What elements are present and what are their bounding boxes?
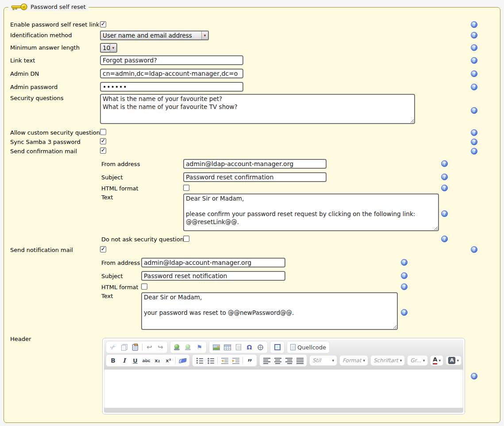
chevron-down-icon: ▾ <box>201 31 208 39</box>
notification-subject-input[interactable] <box>141 271 285 281</box>
text-color-letter: A <box>433 356 437 364</box>
notification-text-textarea[interactable]: Dear Sir or Madam, your password was res… <box>141 292 398 330</box>
admin-password-label: Admin password <box>10 84 58 90</box>
editor-content-area[interactable] <box>104 369 463 408</box>
help-icon[interactable]: ? <box>441 174 448 180</box>
cut-icon[interactable]: ✂ <box>108 342 118 352</box>
help-icon[interactable]: ? <box>471 129 477 136</box>
chevron-down-icon: ▾ <box>110 44 116 52</box>
style-dropdown[interactable]: Stil ▾ <box>310 356 337 365</box>
maximize-icon[interactable] <box>272 342 282 352</box>
redo-icon[interactable]: ↪ <box>155 342 165 352</box>
blockquote-icon[interactable]: ” <box>245 356 255 365</box>
bullet-list-icon[interactable] <box>205 356 215 365</box>
text-color-button[interactable]: A ▾ <box>431 356 443 365</box>
special-char-icon[interactable]: Ω <box>244 342 254 352</box>
help-icon[interactable]: ? <box>471 32 477 39</box>
numbered-list-icon[interactable] <box>194 356 204 365</box>
align-center-icon[interactable] <box>273 356 283 365</box>
admin-password-input[interactable] <box>100 82 243 92</box>
help-icon[interactable]: ? <box>441 185 448 191</box>
confirmation-html-checkbox[interactable] <box>183 185 189 191</box>
align-left-icon[interactable] <box>262 356 272 365</box>
clipboard-group: ✂ ↩ ↪ <box>106 341 167 353</box>
help-icon[interactable]: ? <box>471 44 477 51</box>
help-icon[interactable]: ? <box>441 160 448 167</box>
size-dropdown-label: Gr... <box>410 357 421 364</box>
iframe-icon[interactable] <box>255 342 265 352</box>
admin-dn-input[interactable] <box>100 69 243 78</box>
help-icon[interactable]: ? <box>441 210 448 217</box>
help-icon[interactable]: ? <box>401 259 408 266</box>
maximize-group <box>270 341 284 353</box>
help-icon[interactable]: ? <box>471 21 477 28</box>
anchor-icon[interactable]: ⚑ <box>194 342 204 352</box>
help-icon[interactable]: ? <box>471 70 477 77</box>
format-dropdown-label: Format <box>342 357 361 364</box>
size-dropdown[interactable]: Gr... ▾ <box>408 356 427 365</box>
copy-icon[interactable] <box>119 342 129 352</box>
panel-legend: Password self reset <box>8 3 88 11</box>
remove-format-icon[interactable] <box>177 356 188 365</box>
skip-question-label: Do not ask security question <box>101 236 184 243</box>
min-answer-select[interactable]: 10 ▾ <box>100 43 117 53</box>
notification-from-input[interactable] <box>141 258 285 267</box>
skip-question-checkbox[interactable] <box>183 236 189 242</box>
bold-button[interactable]: B <box>108 356 118 365</box>
align-justify-icon[interactable] <box>295 356 305 365</box>
link-group: ⚑ <box>170 341 206 353</box>
help-icon[interactable]: ? <box>441 236 448 242</box>
outdent-icon[interactable] <box>219 356 230 365</box>
subscript-button[interactable]: x₂ <box>152 356 162 365</box>
link-text-input[interactable] <box>100 55 243 65</box>
paste-icon[interactable] <box>130 342 140 352</box>
strikethrough-button[interactable]: abc <box>141 356 151 365</box>
allow-custom-checkbox[interactable] <box>100 129 106 135</box>
chevron-down-icon: ▾ <box>363 358 365 363</box>
insert-group: Ω <box>209 341 267 353</box>
send-notification-checkbox[interactable] <box>100 246 106 252</box>
help-icon[interactable]: ? <box>471 246 477 253</box>
unlink-icon[interactable] <box>183 342 193 352</box>
confirmation-from-input[interactable] <box>183 159 327 169</box>
help-icon[interactable]: ? <box>401 283 408 290</box>
help-icon[interactable]: ? <box>471 148 477 155</box>
confirmation-html-label: HTML format <box>101 185 139 192</box>
align-right-icon[interactable] <box>284 356 294 365</box>
source-group: Quellcode <box>287 341 329 353</box>
confirmation-text-label: Text <box>101 194 113 201</box>
security-questions-label: Security questions <box>10 95 63 101</box>
sync-samba-checkbox[interactable] <box>100 138 106 144</box>
font-dropdown[interactable]: Schriftart ▾ <box>371 356 404 365</box>
italic-button[interactable]: I <box>119 356 129 365</box>
notification-text-label: Text <box>101 293 113 299</box>
horizontal-rule-icon[interactable] <box>233 342 243 352</box>
confirmation-text-textarea[interactable]: Dear Sir or Madam, please confirm your p… <box>183 194 439 231</box>
help-icon[interactable]: ? <box>471 373 477 380</box>
link-icon[interactable] <box>172 342 182 352</box>
send-confirmation-checkbox[interactable] <box>100 147 106 154</box>
image-icon[interactable] <box>211 342 221 352</box>
confirmation-subject-input[interactable] <box>183 172 327 182</box>
undo-icon[interactable]: ↩ <box>144 342 154 352</box>
editor-status-bar <box>104 408 463 413</box>
help-icon[interactable]: ? <box>401 309 408 316</box>
identification-method-select[interactable]: User name and email address ▾ <box>100 31 209 40</box>
security-questions-textarea[interactable]: What is the name of your favourite pet? … <box>100 94 415 124</box>
superscript-button[interactable]: x² <box>163 356 173 365</box>
format-dropdown[interactable]: Format ▾ <box>340 356 368 365</box>
background-color-letter: A <box>448 357 456 364</box>
notification-html-checkbox[interactable] <box>141 283 147 290</box>
help-icon[interactable]: ? <box>471 139 477 145</box>
background-color-button[interactable]: A ▾ <box>446 356 461 365</box>
help-icon[interactable]: ? <box>471 84 477 90</box>
enable-checkbox[interactable] <box>100 21 106 27</box>
table-icon[interactable] <box>222 342 232 352</box>
help-icon[interactable]: ? <box>471 57 477 64</box>
underline-button[interactable]: U <box>130 356 140 365</box>
list-group: ” <box>192 355 257 366</box>
help-icon[interactable]: ? <box>401 272 408 279</box>
help-icon[interactable]: ? <box>471 107 477 114</box>
source-button[interactable]: Quellcode <box>289 342 327 352</box>
indent-icon[interactable] <box>231 356 241 365</box>
